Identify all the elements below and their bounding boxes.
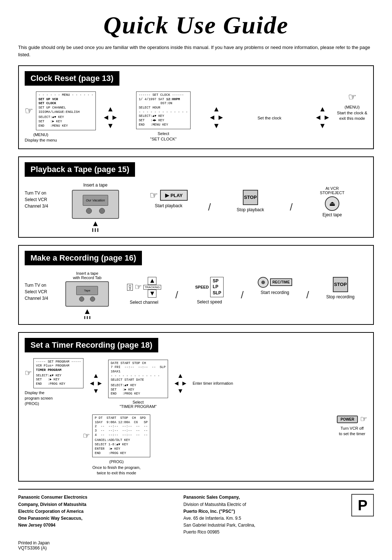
page-container: Quick Use Guide This guide should only b… — [0, 0, 392, 560]
nav-down2-icon[interactable]: ▼ — [213, 122, 220, 130]
stop-playback-label: Stop playback — [237, 207, 264, 212]
nav-down-t2[interactable]: ▼ — [177, 387, 184, 395]
stop-button[interactable]: STOP — [243, 190, 258, 205]
speed-options: SP LP SLP — [210, 277, 224, 297]
tracking-up-btn[interactable]: ▲ — [148, 277, 156, 285]
vcr-device-rec: Tape — [65, 281, 109, 307]
playback-header: Playback a Tape (page 15) — [25, 162, 135, 177]
slash-5: / — [306, 289, 309, 301]
ch-label: CH — [127, 284, 133, 291]
prog-confirm-step: ☞ P DT START STOP CH SPD 1DAY 9:00A 12:0… — [83, 414, 150, 476]
tape-reels-rec — [79, 297, 95, 302]
nav-up3-icon[interactable]: ▲ — [319, 105, 326, 113]
stop-label: STOP — [244, 195, 257, 200]
nav-left-t1[interactable]: ◄ — [89, 380, 95, 387]
step2-label: Select"SET CLOCK" — [150, 131, 177, 142]
select-channel-step: CH ☞ ▲ TRACKING ▼ Select channel — [117, 277, 171, 305]
nav-right-t1[interactable]: ► — [97, 380, 103, 387]
power-step: POWER ☞ Turn VCR offto set the timer — [337, 414, 367, 437]
footer: Panasonic Consumer Electronics Company, … — [18, 489, 374, 536]
footer-left: Panasonic Consumer Electronics Company, … — [18, 494, 87, 529]
select-timer-prog-label: Select"TIMER PROGRAM" — [120, 400, 157, 409]
select-speed-step: SPEED SP LP SLP Select speed — [183, 277, 237, 304]
reel-right — [99, 208, 105, 214]
speed-word: SPEED — [195, 285, 209, 289]
nav-left-t2[interactable]: ◄ — [173, 380, 180, 387]
nav-up2-icon[interactable]: ▲ — [213, 105, 220, 113]
footer-company-right: Panasonic Sales Company, Division of Mat… — [183, 494, 255, 536]
insert-arrow-rec: ▲ — [83, 307, 91, 316]
nav-left2-icon[interactable]: ◄ — [208, 113, 216, 122]
power-button[interactable]: POWER — [337, 416, 358, 423]
stop-step: STOP Stop playback — [215, 190, 286, 212]
rec-dot-btn[interactable] — [258, 277, 269, 288]
nav-pad-timer1: ▲ ◄ ► ▼ — [89, 372, 103, 395]
nav-down-icon[interactable]: ▼ — [107, 122, 114, 130]
nav-down3-icon[interactable]: ▼ — [319, 122, 326, 130]
nav-pad-timer2: ▲ ◄ ► ▼ — [173, 372, 188, 395]
menu-screen: - - - - - - MENU - - - - - - SET UP VCR … — [36, 91, 96, 130]
play-button[interactable]: ▶ PLAY — [160, 190, 188, 201]
clock-step-3: Set the clock — [231, 114, 308, 121]
nav-up-icon[interactable]: ▲ — [107, 105, 114, 113]
tape-slot-rec: Tape — [76, 286, 98, 295]
slash-2: / — [290, 201, 293, 213]
slash-3: / — [175, 289, 178, 301]
clock-steps: ☞ - - - - - - MENU - - - - - - SET UP VC… — [25, 91, 367, 143]
clock-reset-section: Clock Reset (page 13) ☞ - - - - - - MENU… — [18, 65, 374, 149]
speed-sp: SP — [213, 278, 221, 284]
prog-confirm-area: ☞ P DT START STOP CH SPD 1DAY 9:00A 12:0… — [83, 414, 150, 457]
playback-left-label: Turn TV on Select VCR Channel 3/4 — [25, 190, 57, 209]
nav-left-icon[interactable]: ◄ — [102, 113, 110, 122]
speed-slp: SLP — [213, 290, 221, 296]
nav-right3-icon[interactable]: ► — [323, 113, 330, 122]
timer-steps: ☞ ----- SET PROGRAM ----- VCR Plus+ PROG… — [25, 358, 367, 409]
nav-right-icon[interactable]: ► — [111, 113, 118, 122]
hand-icon-power: ☞ — [360, 414, 367, 424]
eject-button[interactable]: ⏏ — [325, 196, 339, 211]
playback-section: Playback a Tape (page 15) Turn TV on Sel… — [18, 156, 374, 238]
tape-label: Our Vacation — [86, 199, 105, 202]
timer-step1: ☞ ----- SET PROGRAM ----- VCR Plus+ PROG… — [25, 358, 83, 407]
play-step: ☞ ▶ PLAY Start playback — [134, 190, 204, 208]
panasonic-p-logo: P — [351, 494, 374, 516]
tape-slot: Our Vacation — [83, 195, 108, 206]
stop-rec-button[interactable]: STOP — [333, 277, 348, 292]
play-btn-area: ☞ ▶ PLAY — [150, 190, 188, 201]
clock-reset-header: Clock Reset (page 13) — [25, 71, 119, 86]
tape-label-rec: Tape — [84, 289, 90, 292]
vcr-device: Our Vacation — [72, 190, 119, 219]
speed-lp: LP — [213, 284, 221, 290]
step1-label: (MENU)Display the menu — [25, 132, 57, 143]
print-info: Printed in Japan VQTS3366 (A) — [18, 540, 50, 551]
tape-reels — [86, 208, 105, 214]
rec-time-button[interactable]: REC/TIME — [270, 278, 293, 286]
rec-left-label: Turn TV on Select VCR Channel 3/4 — [25, 282, 57, 302]
nav-up-t1[interactable]: ▲ — [93, 372, 99, 380]
rec-tv-label: Turn TV on — [25, 282, 57, 289]
step3-label: Set the clock — [257, 115, 281, 121]
set-program-screen: ----- SET PROGRAM ----- VCR Plus+ PROGRA… — [33, 358, 83, 388]
vcr-tape-step: Insert a tape Our Vacation ▲ — [60, 183, 131, 232]
hand-icon-2: ☞ — [348, 91, 356, 103]
eject-step: At VCRSTOP/EJECT ⏏ Eject tape — [297, 186, 367, 217]
timer-step1-label: Display theprogram screen(PROG) — [25, 390, 53, 407]
playback-steps: Turn TV on Select VCR Channel 3/4 Insert… — [25, 183, 367, 232]
set-clock-screen: ------ SET CLOCK ------ 1/ 4/1997 SAT 12… — [136, 91, 191, 129]
tracking-down-btn[interactable]: ▼ — [148, 290, 156, 298]
nav-right2-icon[interactable]: ► — [217, 113, 224, 122]
intro-text: This guide should only be used once you … — [18, 44, 374, 58]
hand-icon-play: ☞ — [150, 190, 158, 201]
power-label: POWER — [340, 417, 354, 421]
hand-icon-prog1: ☞ — [25, 368, 32, 378]
playback-vcr-label: Select VCR — [25, 196, 57, 203]
nav-left3-icon[interactable]: ◄ — [315, 113, 322, 122]
slash-1: / — [208, 201, 211, 213]
timer-header: Set a Timer Recording (page 18) — [25, 338, 158, 352]
eject-tape-label: Eject tape — [323, 212, 342, 217]
nav-right-t2[interactable]: ► — [181, 380, 188, 387]
timer-step3: Enter timer information — [193, 381, 233, 385]
hand-icon: ☞ — [25, 105, 33, 117]
nav-down-t1[interactable]: ▼ — [93, 387, 99, 395]
nav-up-t2[interactable]: ▲ — [177, 372, 184, 380]
